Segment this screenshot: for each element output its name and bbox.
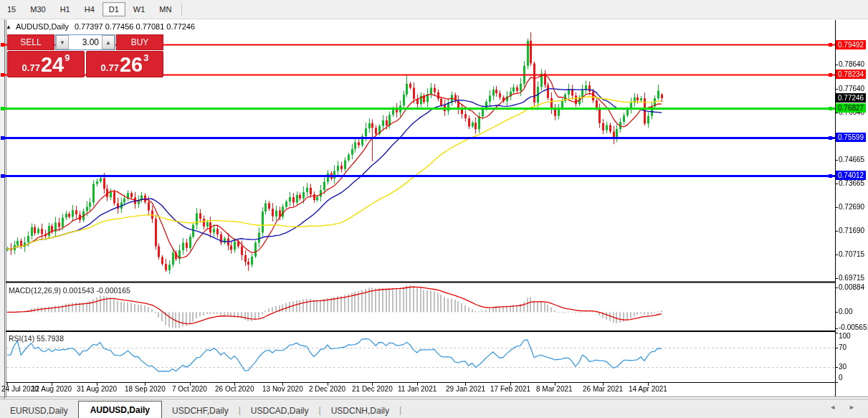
timeframe-button-d1[interactable]: D1 xyxy=(102,2,125,16)
mt4-application: 15M30H1H4D1W1MN ▲ AUDUSD,Daily 0.77397 0… xyxy=(0,0,868,418)
tab-scroll-controls: ◄ ► xyxy=(829,404,855,411)
chart-symbol-title: AUDUSD,Daily xyxy=(16,22,69,31)
chart-collapse-icon[interactable]: ▲ xyxy=(6,24,11,30)
chart-ohlc-values: 0.77397 0.77456 0.77081 0.77246 xyxy=(75,22,195,31)
chart-title-bar: ▲ AUDUSD,Daily 0.77397 0.77456 0.77081 0… xyxy=(6,21,195,32)
timeframe-button-15[interactable]: 15 xyxy=(1,2,22,16)
volume-decrease-icon[interactable]: ▼ xyxy=(56,35,69,49)
sell-price-sup: 9 xyxy=(65,52,70,63)
symbol-tab-bar: EURUSD,DailyAUDUSD,DailyUSDCHF,Daily|USD… xyxy=(0,399,868,418)
timeframe-button-mn[interactable]: MN xyxy=(153,2,178,16)
tab-usdchf[interactable]: USDCHF,Daily xyxy=(162,403,239,418)
sell-price-prefix: 0.77 xyxy=(22,62,40,73)
tab-audusd[interactable]: AUDUSD,Daily xyxy=(78,401,162,418)
buy-price-prefix: 0.77 xyxy=(101,62,119,73)
timeframe-button-h4[interactable]: H4 xyxy=(78,2,101,16)
buy-price-sup: 3 xyxy=(143,52,148,63)
one-click-trading-panel: SELL ▼ 3.00 ▲ BUY 0.77 24 9 0.77 26 3 xyxy=(7,34,163,77)
sell-button[interactable]: SELL xyxy=(7,34,54,50)
volume-input[interactable]: 3.00 xyxy=(69,35,102,49)
tab-eurusd[interactable]: EURUSD,Daily xyxy=(0,403,78,418)
tab-usdcad[interactable]: USDCAD,Daily xyxy=(241,403,319,418)
buy-price-big: 26 xyxy=(120,54,143,75)
buy-button[interactable]: BUY xyxy=(116,34,163,50)
sell-price-big: 24 xyxy=(41,54,64,75)
timeframe-button-h1[interactable]: H1 xyxy=(54,2,77,16)
volume-increase-icon[interactable]: ▲ xyxy=(102,35,115,49)
tab-scroll-right-icon[interactable]: ► xyxy=(849,404,855,411)
toolbar-separator xyxy=(181,3,182,16)
buy-price-button[interactable]: 0.77 26 3 xyxy=(86,51,163,77)
sell-price-button[interactable]: 0.77 24 9 xyxy=(7,51,85,77)
tab-separator: | xyxy=(399,405,401,418)
tab-scroll-left-icon[interactable]: ◄ xyxy=(829,404,836,411)
tab-usdcnh[interactable]: USDCNH,Daily xyxy=(321,403,399,418)
timeframe-button-m30[interactable]: M30 xyxy=(24,2,52,16)
volume-spinner: ▼ 3.00 ▲ xyxy=(55,34,115,50)
timeframe-button-w1[interactable]: W1 xyxy=(127,2,152,16)
timeframe-toolbar: 15M30H1H4D1W1MN xyxy=(0,0,868,19)
